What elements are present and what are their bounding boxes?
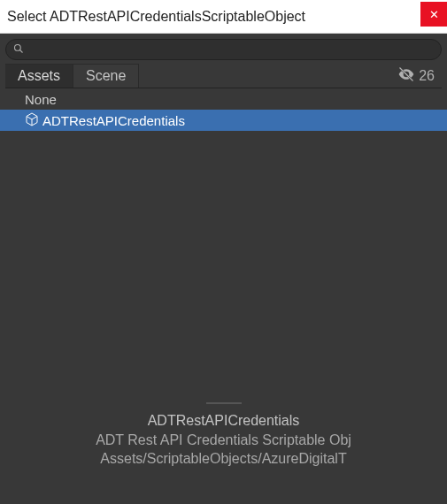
tab-scene[interactable]: Scene	[73, 64, 139, 88]
hidden-count-value: 26	[419, 68, 435, 84]
grip-icon	[206, 402, 242, 404]
svg-point-0	[15, 44, 21, 50]
details-panel: ADTRestAPICredentials ADT Rest API Crede…	[0, 406, 447, 504]
list-item-none[interactable]: None	[0, 88, 447, 110]
eye-off-icon	[397, 65, 415, 87]
titlebar: Select ADTRestAPICredentialsScriptableOb…	[0, 0, 447, 34]
details-asset-name: ADTRestAPICredentials	[0, 411, 447, 431]
list-item-label: None	[25, 92, 57, 107]
details-asset-path: Assets/ScriptableObjects/AzureDigitalT	[0, 449, 447, 469]
close-icon: ✕	[429, 8, 439, 21]
list-item-adtrestapicredentials[interactable]: ADTRestAPICredentials	[0, 110, 447, 131]
window-title: Select ADTRestAPICredentialsScriptableOb…	[7, 9, 420, 25]
tabs-row: Assets Scene 26	[5, 64, 442, 88]
search-input[interactable]	[27, 43, 434, 57]
scriptable-object-icon	[25, 112, 39, 129]
tabs-spacer	[139, 64, 390, 88]
tab-assets[interactable]: Assets	[5, 64, 73, 88]
details-asset-type: ADT Rest API Credentials Scriptable Obj	[0, 431, 447, 450]
search-icon	[13, 43, 24, 57]
tab-label: Scene	[86, 68, 126, 84]
search-field[interactable]	[5, 39, 442, 60]
close-button[interactable]: ✕	[420, 2, 447, 27]
hidden-objects-toggle[interactable]: 26	[390, 64, 442, 88]
svg-line-1	[20, 50, 23, 52]
list-item-label: ADTRestAPICredentials	[42, 113, 185, 128]
object-picker-window: Select ADTRestAPICredentialsScriptableOb…	[0, 0, 447, 504]
tab-label: Assets	[18, 68, 60, 84]
content-area: Assets Scene 26 None ADTRestAPICrede	[0, 34, 447, 504]
asset-list[interactable]: None ADTRestAPICredentials	[0, 88, 447, 401]
